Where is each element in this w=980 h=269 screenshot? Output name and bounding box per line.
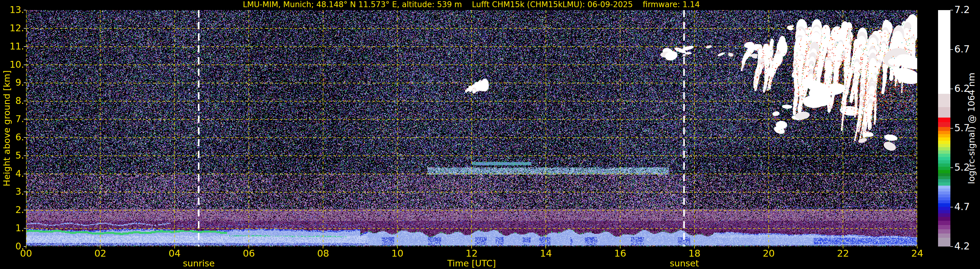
sunrise-label: sunrise xyxy=(183,258,215,268)
colorbar-segment xyxy=(938,203,950,207)
x-tick-mark xyxy=(843,247,843,248)
colorbar-segment xyxy=(938,189,950,192)
x-tick-label: 14 xyxy=(534,248,557,259)
colorbar-segment xyxy=(938,160,950,163)
y-tick-label: 11. xyxy=(7,42,24,52)
y-tick-label: 12. xyxy=(7,23,24,34)
cb-tick-label: 6.7 xyxy=(954,44,970,55)
x-tick-label: 16 xyxy=(609,248,632,259)
cb-tick-mark xyxy=(950,246,953,247)
x-tick-label: 06 xyxy=(237,248,261,259)
colorbar-segment xyxy=(938,176,950,179)
cb-tick-mark xyxy=(950,10,953,10)
colorbar-segment xyxy=(938,134,950,138)
colorbar-segment xyxy=(938,151,950,154)
page-title: LMU-MIM, Munich; 48.148° N 11.573° E, al… xyxy=(243,0,700,9)
colorbar-segment xyxy=(938,154,950,157)
x-tick-mark xyxy=(174,247,175,248)
colorbar-segment xyxy=(938,167,950,170)
colorbar-segment xyxy=(938,94,950,107)
x-tick-label: 08 xyxy=(311,248,335,259)
x-tick-mark xyxy=(768,247,769,248)
colorbar-segment xyxy=(938,122,950,127)
colorbar-segment xyxy=(938,200,950,203)
y-tick-label: 1. xyxy=(7,223,24,234)
y-tick-mark xyxy=(24,137,26,138)
x-tick-mark xyxy=(694,247,695,248)
y-tick-mark xyxy=(24,101,26,101)
x-tick-label: 24 xyxy=(905,248,929,259)
colorbar-segment xyxy=(938,186,950,189)
cb-tick-label: 7.2 xyxy=(954,4,970,15)
y-tick-mark xyxy=(24,174,26,174)
y-tick-mark xyxy=(24,64,26,65)
colorbar-segment xyxy=(938,225,950,229)
y-tick-mark xyxy=(24,155,26,156)
x-tick-label: 12 xyxy=(460,248,483,259)
cb-tick-mark xyxy=(950,167,953,168)
y-tick-mark xyxy=(24,210,26,210)
colorbar-segment xyxy=(938,238,950,247)
cb-tick-label: 4.2 xyxy=(954,241,970,252)
colorbar-segment xyxy=(938,138,950,141)
x-tick-mark xyxy=(100,247,100,248)
colorbar-segment xyxy=(938,147,950,151)
colorbar-segment xyxy=(938,141,950,144)
y-tick-label: 10. xyxy=(7,59,24,70)
x-tick-label: 18 xyxy=(683,248,706,259)
x-tick-mark xyxy=(26,247,26,248)
x-tick-mark xyxy=(546,247,546,248)
colorbar-segment xyxy=(938,131,950,134)
colorbar-title: log(rc-signal) @ 1064 nm xyxy=(966,73,977,184)
colorbar-segment xyxy=(938,127,950,131)
colorbar-segment xyxy=(938,170,950,173)
colorbar-segment xyxy=(938,179,950,183)
y-tick-label: 13. xyxy=(7,5,24,15)
x-tick-label: 04 xyxy=(163,248,186,259)
colorbar-segment xyxy=(938,207,950,210)
y-tick-label: 2. xyxy=(7,205,24,215)
colorbar-segment xyxy=(938,234,950,238)
colorbar-segment xyxy=(938,118,950,122)
y-tick-mark xyxy=(24,46,26,47)
y-tick-mark xyxy=(24,119,26,120)
x-tick-label: 00 xyxy=(14,248,38,259)
colorbar-segment xyxy=(938,157,950,160)
colorbar-segment xyxy=(938,229,950,234)
y-tick-mark xyxy=(24,10,26,10)
cb-tick-label: 4.7 xyxy=(954,201,970,212)
y-tick-label: 3. xyxy=(7,187,24,197)
x-axis-title: Time [UTC] xyxy=(447,258,496,268)
x-tick-mark xyxy=(917,247,918,248)
colorbar-segment xyxy=(938,107,950,117)
cb-tick-mark xyxy=(950,49,953,50)
backscatter-heatmap xyxy=(26,10,917,247)
y-tick-mark xyxy=(24,192,26,192)
colorbar xyxy=(938,10,950,247)
x-tick-mark xyxy=(620,247,620,248)
cb-tick-mark xyxy=(950,207,953,207)
colorbar-segment xyxy=(938,221,950,225)
y-tick-mark xyxy=(24,28,26,29)
x-tick-label: 02 xyxy=(89,248,112,259)
x-tick-mark xyxy=(397,247,398,248)
x-tick-label: 22 xyxy=(831,248,855,259)
colorbar-segment xyxy=(938,217,950,221)
x-tick-label: 10 xyxy=(386,248,409,259)
x-tick-mark xyxy=(248,247,249,248)
colorbar-segment xyxy=(938,197,950,200)
colorbar-segment xyxy=(938,10,950,94)
colorbar-segment xyxy=(938,192,950,194)
y-axis-title: Height above ground [km] xyxy=(2,70,12,186)
y-tick-mark xyxy=(24,82,26,83)
cb-tick-mark xyxy=(950,128,953,129)
colorbar-segment xyxy=(938,173,950,176)
colorbar-segment xyxy=(938,194,950,197)
colorbar-segment xyxy=(938,163,950,167)
x-tick-mark xyxy=(323,247,323,248)
ceilometer-quicklook: LMU-MIM, Munich; 48.148° N 11.573° E, al… xyxy=(0,0,980,269)
sunset-label: sunset xyxy=(670,258,699,268)
colorbar-segment xyxy=(938,213,950,217)
colorbar-segment xyxy=(938,144,950,147)
cb-tick-mark xyxy=(950,88,953,89)
